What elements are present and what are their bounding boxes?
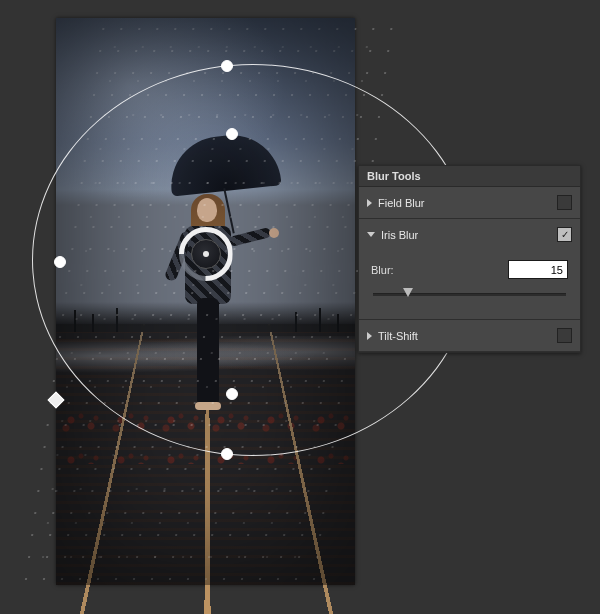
image-foot <box>195 402 221 410</box>
checkbox-iris-blur[interactable]: ✓ <box>557 227 572 242</box>
slider-thumb-icon[interactable] <box>403 288 413 297</box>
tree-icon <box>337 314 339 332</box>
panel-title: Blur Tools <box>359 166 580 187</box>
image-hand <box>269 228 279 238</box>
checkbox-tilt-shift[interactable] <box>557 328 572 343</box>
section-header-field-blur[interactable]: Field Blur <box>359 187 580 218</box>
ellipse-handle-bottom[interactable] <box>221 448 233 460</box>
section-header-tilt-shift[interactable]: Tilt-Shift <box>359 320 580 351</box>
section-iris-blur: Iris Blur ✓ Blur: <box>359 219 580 320</box>
disclosure-triangle-icon <box>367 199 372 207</box>
tree-icon <box>116 308 118 332</box>
section-label: Iris Blur <box>381 229 551 241</box>
section-body-iris-blur: Blur: <box>359 250 580 319</box>
blur-pin-center-icon <box>203 251 209 257</box>
section-field-blur: Field Blur <box>359 187 580 219</box>
ellipse-handle-left[interactable] <box>54 256 66 268</box>
tree-icon <box>92 314 94 332</box>
ellipse-feather-handle[interactable] <box>226 388 238 400</box>
section-tilt-shift: Tilt-Shift <box>359 320 580 352</box>
tree-icon <box>295 312 297 332</box>
image-legs <box>197 298 219 406</box>
blur-label: Blur: <box>371 264 411 276</box>
section-label: Field Blur <box>378 197 551 209</box>
image-head <box>197 198 217 222</box>
tree-icon <box>319 308 321 332</box>
disclosure-triangle-icon <box>367 232 375 237</box>
document-canvas[interactable] <box>56 18 355 585</box>
tree-icon <box>74 310 76 332</box>
blur-amount-row: Blur: <box>371 260 568 279</box>
section-label: Tilt-Shift <box>378 330 551 342</box>
disclosure-triangle-icon <box>367 332 372 340</box>
blur-tools-panel: Blur Tools Field Blur Iris Blur ✓ Blur: <box>358 165 581 353</box>
ellipse-feather-handle[interactable] <box>226 128 238 140</box>
section-header-iris-blur[interactable]: Iris Blur ✓ <box>359 219 580 250</box>
checkbox-field-blur[interactable] <box>557 195 572 210</box>
blur-value-input[interactable] <box>508 260 568 279</box>
blur-pin[interactable] <box>179 227 233 281</box>
ellipse-handle-top[interactable] <box>221 60 233 72</box>
blur-slider[interactable] <box>373 287 566 301</box>
